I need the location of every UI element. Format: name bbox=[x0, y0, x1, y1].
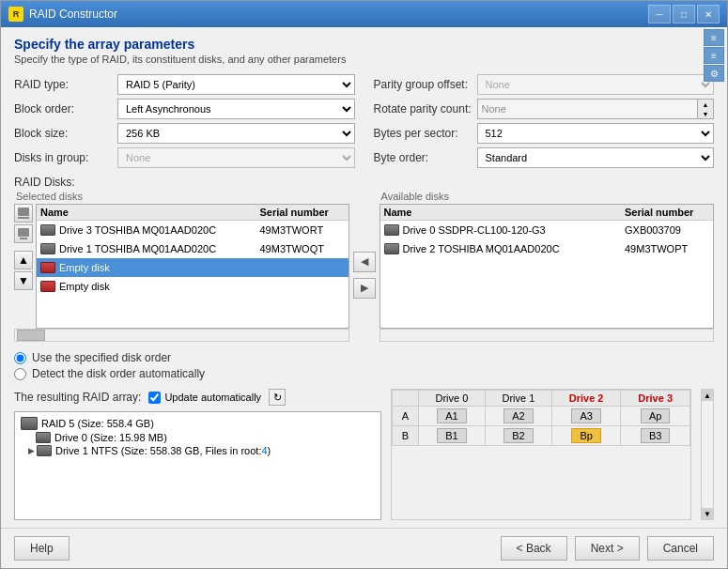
move-to-selected-button[interactable]: ◀ bbox=[353, 252, 376, 272]
bytes-per-sector-select[interactable]: 512 bbox=[477, 123, 715, 144]
grid-header-drive2: Drive 2 bbox=[551, 391, 621, 407]
tree-expand-2[interactable]: ▶ bbox=[28, 446, 35, 455]
svg-rect-2 bbox=[18, 228, 29, 237]
update-checkbox[interactable] bbox=[148, 392, 161, 404]
raid-type-control[interactable]: RAID 5 (Parity) bbox=[117, 74, 355, 95]
raid-type-select[interactable]: RAID 5 (Parity) bbox=[117, 74, 355, 95]
grid-cell-b1[interactable]: B1 bbox=[418, 426, 485, 446]
available-disk-item-1[interactable]: Drive 2 TOSHIBA MQ01AAD020C 49M3TWOPT bbox=[380, 239, 714, 258]
available-list-hscrollbar[interactable] bbox=[379, 329, 715, 342]
window-controls: ─ □ ✕ bbox=[648, 5, 720, 23]
param-bytes-per-sector: Bytes per sector: 512 bbox=[374, 123, 715, 144]
grid-cell-ap[interactable]: Ap bbox=[621, 407, 690, 426]
radio-row-1[interactable]: Use the specified disk order bbox=[14, 351, 714, 364]
params-right: Parity group offset: None Rotate parity … bbox=[374, 74, 715, 168]
rotate-parity-control[interactable]: ▲ ▼ bbox=[477, 99, 715, 119]
selected-disk-list: Name Serial number Drive 3 TOSHIBA MQ01A… bbox=[36, 204, 349, 329]
grid-header-drive1: Drive 1 bbox=[485, 391, 551, 407]
cell-btn-b1[interactable]: B1 bbox=[437, 428, 466, 443]
byte-order-select[interactable]: Standard bbox=[477, 147, 715, 168]
cell-btn-b3[interactable]: B3 bbox=[641, 428, 670, 443]
disks-in-group-select[interactable]: None bbox=[117, 147, 355, 168]
grid-cell-a2[interactable]: A2 bbox=[485, 407, 551, 426]
move-to-available-button[interactable]: ▶ bbox=[353, 278, 376, 299]
update-checkbox-label[interactable]: Update automatically bbox=[148, 392, 261, 404]
byte-order-control[interactable]: Standard bbox=[477, 147, 715, 168]
cell-btn-a2[interactable]: A2 bbox=[503, 408, 533, 423]
cancel-button[interactable]: Cancel bbox=[647, 536, 714, 561]
grid-row-b: B B1 B2 Bp B3 bbox=[393, 426, 690, 446]
move-down-button[interactable]: ▼ bbox=[14, 271, 33, 290]
cell-btn-bp[interactable]: Bp bbox=[571, 428, 600, 443]
rotate-parity-up[interactable]: ▲ bbox=[698, 100, 713, 109]
grid-cell-bp[interactable]: Bp bbox=[551, 426, 621, 446]
gear-button-2[interactable]: ≡ bbox=[704, 47, 724, 64]
scroll-down-btn[interactable]: ▼ bbox=[702, 508, 713, 519]
main-content: Specify the array parameters Specify the… bbox=[1, 27, 727, 528]
parity-offset-select[interactable]: None bbox=[477, 74, 715, 95]
maximize-button[interactable]: □ bbox=[673, 5, 695, 23]
cell-btn-a3[interactable]: A3 bbox=[571, 408, 600, 423]
cell-btn-b2[interactable]: B2 bbox=[503, 428, 533, 443]
scroll-up-btn[interactable]: ▲ bbox=[702, 390, 713, 401]
tree-item-1: Drive 0 (Size: 15.98 MB) bbox=[19, 431, 377, 444]
bytes-per-sector-control[interactable]: 512 bbox=[477, 123, 715, 144]
disk-name: Drive 0 SSDPR-CL100-120-G3 bbox=[403, 224, 626, 236]
gear-button-1[interactable]: ≡ bbox=[704, 29, 724, 46]
disk-order-label-1[interactable]: Use the specified disk order bbox=[32, 351, 171, 364]
disk-name: Drive 2 TOSHIBA MQ01AAD020C bbox=[403, 243, 626, 254]
disk-order-section: Use the specified disk order Detect the … bbox=[14, 351, 714, 383]
next-button[interactable]: Next > bbox=[575, 536, 640, 561]
minimize-button[interactable]: ─ bbox=[648, 5, 671, 23]
parity-offset-label: Parity group offset: bbox=[374, 78, 477, 91]
grid-cell-b3[interactable]: B3 bbox=[621, 426, 690, 446]
selected-disk-item-3[interactable]: Empty disk bbox=[37, 277, 349, 296]
disk-icon bbox=[384, 224, 399, 236]
selected-disk-item-0[interactable]: Drive 3 TOSHIBA MQ01AAD020C 49M3TWORT bbox=[37, 221, 349, 239]
cell-btn-a1[interactable]: A1 bbox=[437, 408, 466, 423]
available-disk-item-0[interactable]: Drive 0 SSDPR-CL100-120-G3 GXB003709 bbox=[380, 221, 714, 239]
block-order-select[interactable]: Left Asynchronous bbox=[117, 99, 355, 119]
block-size-control[interactable]: 256 KB bbox=[117, 123, 355, 144]
hscroll-thumb[interactable] bbox=[17, 330, 45, 341]
disk-name: Empty disk bbox=[59, 262, 260, 273]
radio-row-2[interactable]: Detect the disk order automatically bbox=[14, 367, 714, 380]
back-button[interactable]: < Back bbox=[501, 536, 567, 561]
tree-item-0: RAID 5 (Size: 558.4 GB) bbox=[19, 416, 377, 431]
block-size-select[interactable]: 256 KB bbox=[117, 123, 355, 144]
disk-order-radio-1[interactable] bbox=[14, 352, 26, 364]
row-label-b: B bbox=[393, 426, 419, 446]
gear-button-3[interactable]: ⚙ bbox=[704, 65, 724, 82]
update-label: Update automatically bbox=[164, 392, 261, 403]
help-button[interactable]: Help bbox=[14, 536, 70, 561]
grid-row-a: A A1 A2 A3 Ap bbox=[393, 407, 690, 426]
remove-disk-button[interactable] bbox=[14, 224, 33, 243]
rotate-parity-down[interactable]: ▼ bbox=[698, 109, 713, 118]
rotate-parity-label: Rotate parity count: bbox=[374, 102, 477, 115]
grid-cell-b2[interactable]: B2 bbox=[485, 426, 551, 446]
rotate-parity-input[interactable] bbox=[477, 99, 698, 119]
selected-disk-item-1[interactable]: Drive 1 TOSHIBA MQ01AAD020C 49M3TWOQT bbox=[37, 239, 349, 258]
window-title: RAID Constructor bbox=[29, 8, 648, 21]
disks-in-group-control[interactable]: None bbox=[117, 147, 355, 168]
refresh-button[interactable]: ↻ bbox=[269, 389, 286, 406]
disk-serial: 49M3TWORT bbox=[260, 224, 345, 236]
disk-order-radio-2[interactable] bbox=[14, 368, 26, 380]
move-up-button[interactable]: ▲ bbox=[14, 251, 33, 269]
disk-name: Empty disk bbox=[59, 281, 260, 292]
disk-order-label-2[interactable]: Detect the disk order automatically bbox=[32, 367, 205, 380]
bottom-vscrollbar[interactable]: ▲ ▼ bbox=[701, 389, 714, 520]
disk-serial: 49M3TWOQT bbox=[260, 243, 345, 254]
block-order-control[interactable]: Left Asynchronous bbox=[117, 99, 355, 119]
serial-col-header: Serial number bbox=[260, 207, 345, 218]
selected-disk-item-2[interactable]: Empty disk bbox=[37, 258, 349, 277]
cell-btn-ap[interactable]: Ap bbox=[641, 408, 670, 423]
close-button[interactable]: ✕ bbox=[697, 5, 720, 23]
grid-cell-a3[interactable]: A3 bbox=[551, 407, 621, 426]
available-list-header: Name Serial number bbox=[380, 205, 714, 221]
disk-icon bbox=[40, 224, 55, 236]
add-disk-button[interactable] bbox=[14, 204, 33, 223]
parity-offset-control[interactable]: None bbox=[477, 74, 715, 95]
selected-list-hscrollbar[interactable] bbox=[14, 329, 349, 342]
grid-cell-a1[interactable]: A1 bbox=[418, 407, 485, 426]
